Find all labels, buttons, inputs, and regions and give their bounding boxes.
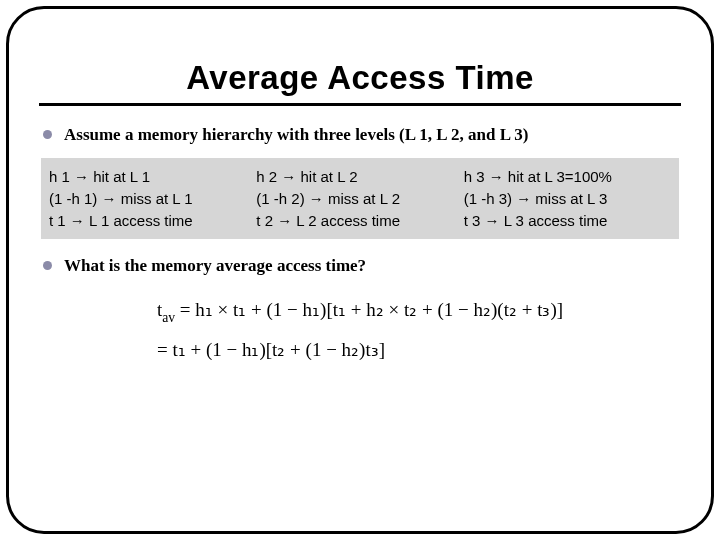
defs-col-l3: h 3 → hit at L 3=100% (1 -h 3) → miss at… [464, 166, 671, 231]
formula-line1-sub: av [162, 310, 175, 325]
defs-col-l2: h 2 → hit at L 2 (1 -h 2) → miss at L 2 … [256, 166, 463, 231]
formula-line1-rest: = h₁ × t₁ + (1 − h₁)[t₁ + h₂ × t₂ + (1 −… [175, 299, 563, 320]
bullet-question: What is the memory average access time? [43, 255, 683, 277]
def-h3: h 3 → hit at L 3=100% [464, 166, 665, 188]
def-1mh1: (1 -h 1) → miss at L 1 [49, 188, 250, 210]
def-t2: t 2 → L 2 access time [256, 210, 457, 232]
definitions-box: h 1 → hit at L 1 (1 -h 1) → miss at L 1 … [41, 158, 679, 239]
bullet-assume-text: Assume a memory hierarchy with three lev… [64, 124, 529, 146]
defs-col-l1: h 1 → hit at L 1 (1 -h 1) → miss at L 1 … [49, 166, 256, 231]
def-h2: h 2 → hit at L 2 [256, 166, 457, 188]
def-1mh2: (1 -h 2) → miss at L 2 [256, 188, 457, 210]
formula: tav = h₁ × t₁ + (1 − h₁)[t₁ + h₂ × t₂ + … [157, 291, 563, 368]
bullet-dot-icon [43, 130, 52, 139]
bullet-assume: Assume a memory hierarchy with three lev… [43, 124, 683, 146]
def-1mh3: (1 -h 3) → miss at L 3 [464, 188, 665, 210]
title-underline [39, 103, 681, 106]
formula-block: tav = h₁ × t₁ + (1 − h₁)[t₁ + h₂ × t₂ + … [37, 291, 683, 368]
slide-title: Average Access Time [37, 59, 683, 97]
def-h1: h 1 → hit at L 1 [49, 166, 250, 188]
bullet-question-text: What is the memory average access time? [64, 255, 366, 277]
slide-frame: Average Access Time Assume a memory hier… [6, 6, 714, 534]
def-t1: t 1 → L 1 access time [49, 210, 250, 232]
def-t3: t 3 → L 3 access time [464, 210, 665, 232]
bullet-dot-icon [43, 261, 52, 270]
formula-line2: = t₁ + (1 − h₁)[t₂ + (1 − h₂)t₃] [157, 339, 385, 360]
